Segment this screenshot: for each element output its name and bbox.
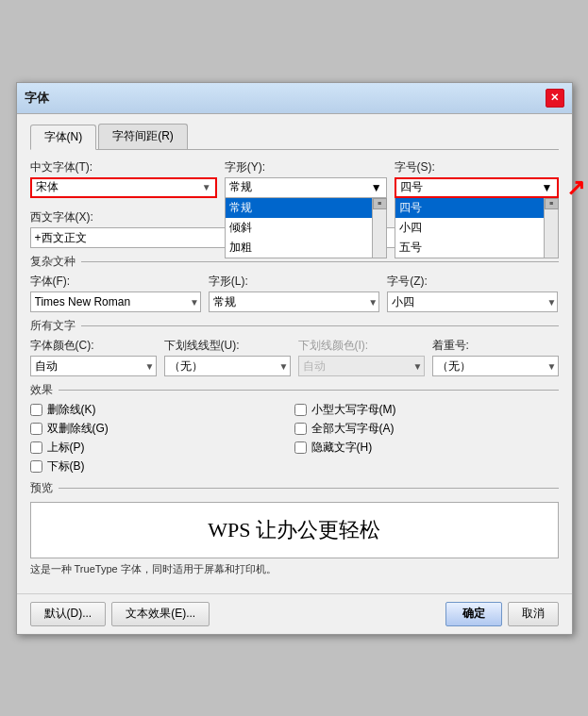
preview-divider: 预览 [30, 480, 559, 496]
font-color-select[interactable]: 自动 [30, 356, 157, 376]
dialog-title: 字体 [25, 90, 49, 107]
chinese-font-input[interactable] [36, 181, 202, 194]
preview-label: 预览 [30, 480, 53, 496]
all-text-label: 所有文字 [30, 318, 76, 334]
complex-font-select-wrapper: Times New Roman ▼ [30, 291, 201, 312]
style-scrollbar-thumb[interactable]: ≡ [373, 198, 387, 209]
effect-all-caps-checkbox[interactable] [294, 423, 307, 435]
font-color-select-wrapper: 自动 ▼ [30, 356, 157, 376]
font-color-label: 字体颜色(C): [30, 338, 157, 354]
size-input[interactable] [400, 181, 542, 194]
all-text-row: 字体颜色(C): 自动 ▼ 下划线线型(U): （无） ▼ 下划 [30, 338, 559, 376]
effect-superscript: 上标(P) [30, 440, 294, 456]
size-dropdown-list: 四号 小四 五号 ≡ [395, 198, 559, 258]
style-input-row[interactable]: ▼ [225, 177, 387, 198]
effect-all-caps-label: 全部大写字母(A) [311, 421, 395, 437]
footer-left-buttons: 默认(D)... 文本效果(E)... [30, 602, 438, 626]
size-label: 字号(S): [395, 159, 559, 175]
style-option-regular[interactable]: 常规 [226, 198, 372, 218]
tab-spacing[interactable]: 字符间距(R) [98, 124, 188, 149]
style-scrollbar-track [373, 209, 386, 258]
size-dropdown: ▼ 四号 小四 五号 ≡ [395, 177, 559, 198]
style-option-italic[interactable]: 倾斜 [226, 218, 372, 238]
effect-strikethrough-label: 删除线(K) [47, 402, 96, 418]
preview-divider-line [59, 488, 559, 489]
complex-size-label: 字号(Z): [387, 274, 558, 290]
size-items: 四号 小四 五号 [395, 198, 544, 258]
style-arrow-icon: ▼ [371, 181, 382, 194]
complex-font-select[interactable]: Times New Roman [30, 291, 201, 312]
chinese-font-input-wrapper[interactable]: ▼ [30, 177, 217, 198]
size-input-row[interactable]: ▼ [395, 177, 559, 198]
underline-style-col: 下划线线型(U): （无） ▼ [164, 338, 291, 376]
emphasis-select[interactable]: （无） [432, 356, 559, 376]
effect-strikethrough-checkbox[interactable] [30, 404, 42, 416]
font-main-row: 中文字体(T): ▼ 字形(Y): ▼ 常规 [30, 159, 559, 198]
effect-double-strikethrough-checkbox[interactable] [30, 423, 42, 435]
style-scrollbar[interactable]: ≡ [372, 198, 386, 258]
effect-hidden: 隐藏文字(H) [294, 440, 559, 456]
complex-size-select[interactable]: 小四 [387, 291, 558, 312]
underline-color-col: 下划线颜色(I): 自动 ▼ [298, 338, 425, 376]
effect-superscript-checkbox[interactable] [30, 441, 42, 454]
underline-color-select: 自动 [298, 356, 425, 376]
effects-label: 效果 [30, 382, 53, 398]
size-option-xiaosi[interactable]: 小四 [395, 218, 544, 238]
size-arrow-indicator: ↗ [566, 175, 585, 201]
effect-hidden-checkbox[interactable] [294, 441, 307, 454]
style-option-bold[interactable]: 加粗 [226, 238, 372, 258]
size-scrollbar-track [545, 209, 558, 258]
chinese-font-label: 中文字体(T): [30, 159, 217, 175]
style-dropdown: ▼ 常规 倾斜 加粗 ≡ [225, 177, 387, 198]
title-bar: 字体 ✕ [17, 83, 572, 114]
complex-script-divider-line [81, 261, 559, 262]
underline-color-label: 下划线颜色(I): [298, 338, 425, 354]
chinese-font-col: 中文字体(T): ▼ [30, 159, 217, 198]
cancel-button[interactable]: 取消 [508, 602, 559, 626]
emphasis-col: 着重号: （无） ▼ [432, 338, 559, 376]
underline-color-select-wrapper: 自动 ▼ [298, 356, 425, 376]
complex-style-col: 字形(L): 常规 ▼ [209, 274, 379, 312]
effect-small-caps: 小型大写字母(M) [294, 402, 559, 418]
effect-subscript-label: 下标(B) [47, 458, 85, 475]
confirm-button[interactable]: 确定 [445, 602, 502, 626]
style-label: 字形(Y): [225, 159, 387, 175]
size-scrollbar[interactable]: ≡ [544, 198, 558, 258]
size-list-scroll: 四号 小四 五号 ≡ [395, 198, 558, 258]
effects-divider-line [59, 390, 559, 391]
size-col: 字号(S): ▼ 四号 小四 五号 [395, 159, 559, 198]
all-text-divider-line [81, 325, 559, 326]
underline-style-select[interactable]: （无） [164, 356, 291, 376]
effect-small-caps-checkbox[interactable] [294, 404, 307, 416]
size-scrollbar-thumb[interactable]: ≡ [545, 198, 559, 209]
effects-right-col: 小型大写字母(M) 全部大写字母(A) 隐藏文字(H) [294, 402, 559, 475]
effect-double-strikethrough: 双删除线(G) [30, 421, 294, 437]
style-input[interactable] [229, 181, 371, 194]
size-option-4[interactable]: 四号 [395, 198, 544, 218]
complex-style-select-wrapper: 常规 ▼ [209, 291, 379, 312]
tab-font[interactable]: 字体(N) [30, 125, 97, 150]
size-option-5[interactable]: 五号 [395, 238, 544, 258]
dialog-body: 字体(N) 字符间距(R) 中文字体(T): ▼ 字形(Y): ▼ [17, 114, 572, 593]
effect-subscript: 下标(B) [30, 458, 294, 475]
all-text-divider: 所有文字 [30, 318, 559, 334]
close-button[interactable]: ✕ [546, 89, 564, 108]
underline-style-label: 下划线线型(U): [164, 338, 291, 354]
tabs-row: 字体(N) 字符间距(R) [30, 124, 559, 150]
complex-size-select-wrapper: 小四 ▼ [387, 291, 558, 312]
effect-all-caps: 全部大写字母(A) [294, 421, 559, 437]
preview-text: WPS 让办公更轻松 [208, 516, 380, 544]
preview-box: WPS 让办公更轻松 [30, 502, 559, 558]
text-effects-button[interactable]: 文本效果(E)... [111, 602, 210, 626]
font-color-col: 字体颜色(C): 自动 ▼ [30, 338, 157, 376]
size-arrow-icon: ▼ [542, 181, 553, 194]
effect-subscript-checkbox[interactable] [30, 460, 42, 473]
complex-style-label: 字形(L): [209, 274, 379, 290]
effects-left-col: 删除线(K) 双删除线(G) 上标(P) 下标(B) [30, 402, 294, 475]
dialog-footer: 默认(D)... 文本效果(E)... 确定 取消 [17, 593, 572, 634]
effect-hidden-label: 隐藏文字(H) [311, 440, 373, 456]
complex-style-select[interactable]: 常规 [209, 291, 379, 312]
style-items: 常规 倾斜 加粗 [226, 198, 372, 258]
default-button[interactable]: 默认(D)... [30, 602, 107, 626]
effect-small-caps-label: 小型大写字母(M) [311, 402, 396, 418]
